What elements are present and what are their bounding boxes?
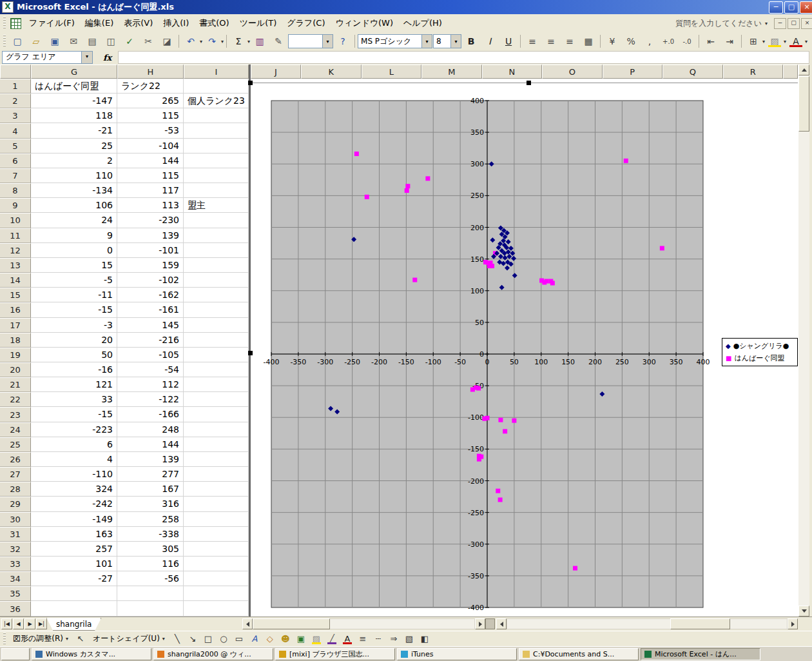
- square-data-point[interactable]: [405, 184, 410, 188]
- chevron-down-icon[interactable]: ▾: [221, 39, 224, 44]
- column-header-N[interactable]: N: [482, 64, 543, 79]
- column-header-H[interactable]: H: [117, 64, 184, 79]
- column-header-Q[interactable]: Q: [662, 64, 723, 79]
- cell-H10[interactable]: -230: [117, 213, 184, 228]
- cell-G19[interactable]: 50: [31, 348, 117, 362]
- row-header-24[interactable]: 24: [0, 422, 31, 437]
- menu-item[interactable]: ヘルプ(H): [398, 15, 447, 32]
- row-header-19[interactable]: 19: [0, 348, 31, 362]
- cell-G31[interactable]: 163: [31, 527, 117, 542]
- cell-G26[interactable]: 4: [31, 452, 117, 467]
- chart-selection-handle[interactable]: [527, 81, 531, 85]
- font-color-icon-dropdown[interactable]: A▾: [787, 34, 807, 48]
- chevron-down-icon[interactable]: ▾: [247, 39, 250, 44]
- text-box-icon[interactable]: ▭: [232, 632, 246, 646]
- row-header-10[interactable]: 10: [0, 213, 31, 228]
- open-icon[interactable]: ▱: [27, 34, 45, 49]
- cell-H26[interactable]: 139: [117, 452, 184, 467]
- fill-color-icon[interactable]: ▨: [766, 34, 784, 49]
- cell-H25[interactable]: 144: [117, 437, 184, 452]
- picture-icon[interactable]: ▣: [294, 632, 308, 646]
- sheet-tab-shangrila[interactable]: shangrila: [46, 618, 101, 631]
- row-header-4[interactable]: 4: [0, 123, 31, 138]
- cell-I9[interactable]: 盟主: [184, 198, 249, 213]
- square-data-point[interactable]: [660, 246, 664, 250]
- align-center-icon[interactable]: ≡: [542, 34, 560, 49]
- column-header-partial[interactable]: [783, 64, 798, 79]
- cell-H16[interactable]: -161: [117, 302, 184, 317]
- autoshapes-button[interactable]: オートシェイプ(U) ▾: [89, 632, 169, 646]
- row-header-5[interactable]: 5: [0, 139, 31, 153]
- cell-H28[interactable]: 167: [117, 482, 184, 497]
- right-horizontal-scrollbar[interactable]: [507, 618, 788, 629]
- threed-style-icon[interactable]: ◧: [418, 632, 432, 646]
- row-header-35[interactable]: 35: [0, 586, 31, 601]
- cell-I29[interactable]: [184, 497, 249, 511]
- cell-H1[interactable]: ランク22: [117, 79, 184, 94]
- taskbar-button[interactable]: C:¥Documents and S...: [519, 648, 639, 660]
- line-style-icon[interactable]: ≡: [356, 632, 370, 646]
- square-data-point[interactable]: [498, 497, 503, 502]
- cell-H12[interactable]: -101: [117, 243, 184, 258]
- square-data-point[interactable]: [354, 152, 359, 156]
- cell-G34[interactable]: -27: [31, 571, 117, 586]
- redo-icon[interactable]: ↷: [203, 34, 221, 49]
- square-data-point[interactable]: [539, 279, 544, 283]
- tab-scroll-first-icon[interactable]: |◀: [1, 618, 12, 629]
- vertical-scrollbar[interactable]: [798, 64, 809, 617]
- cell-I12[interactable]: [184, 243, 249, 258]
- print-icon[interactable]: ▤: [83, 34, 101, 49]
- cell-I28[interactable]: [184, 482, 249, 497]
- cell-I11[interactable]: [184, 228, 249, 243]
- cell-I5[interactable]: [184, 139, 249, 153]
- cut-icon[interactable]: ✂: [139, 34, 157, 49]
- redo-icon-dropdown[interactable]: ↷▾: [203, 34, 224, 48]
- cell-G35[interactable]: [31, 586, 117, 601]
- row-header-17[interactable]: 17: [0, 318, 31, 333]
- align-right-icon[interactable]: ≡: [561, 34, 579, 49]
- column-header-K[interactable]: K: [301, 64, 362, 79]
- square-data-point[interactable]: [470, 388, 475, 392]
- cell-I4[interactable]: [184, 123, 249, 138]
- square-data-point[interactable]: [482, 417, 487, 421]
- row-header-12[interactable]: 12: [0, 243, 31, 258]
- cell-G25[interactable]: 6: [31, 437, 117, 452]
- cell-G12[interactable]: 0: [31, 243, 117, 258]
- menu-item[interactable]: ツール(T): [235, 15, 282, 32]
- cell-I25[interactable]: [184, 437, 249, 452]
- draw-adjust-button[interactable]: 図形の調整(R) ▾: [9, 632, 72, 646]
- cell-G24[interactable]: -223: [31, 422, 117, 437]
- autosum-icon-dropdown[interactable]: Σ▾: [229, 34, 250, 48]
- cell-H7[interactable]: 115: [117, 168, 184, 183]
- diagram-icon[interactable]: ◇: [263, 632, 277, 646]
- cell-I19[interactable]: [184, 348, 249, 362]
- cell-I20[interactable]: [184, 362, 249, 377]
- menu-item[interactable]: 編集(E): [80, 15, 119, 32]
- square-data-point[interactable]: [365, 195, 369, 199]
- increase-decimal-icon[interactable]: +.0: [659, 34, 677, 49]
- taskbar-button[interactable]: Windows カスタマ...: [32, 648, 151, 660]
- cell-I21[interactable]: [184, 377, 249, 392]
- cell-H24[interactable]: 248: [117, 422, 184, 437]
- cell-I31[interactable]: [184, 527, 249, 542]
- cell-G29[interactable]: -242: [31, 497, 117, 511]
- cell-I13[interactable]: [184, 258, 249, 273]
- font-color-icon[interactable]: A: [340, 632, 354, 646]
- cell-G3[interactable]: 118: [31, 108, 117, 123]
- decrease-decimal-icon[interactable]: -.0: [678, 34, 696, 49]
- font-color-icon[interactable]: A: [787, 34, 805, 49]
- cell-G6[interactable]: 2: [31, 153, 117, 168]
- restore-button[interactable]: ▢: [784, 1, 798, 14]
- cell-H2[interactable]: 265: [117, 94, 184, 108]
- minimize-button[interactable]: −: [769, 1, 783, 14]
- autosum-icon[interactable]: Σ: [229, 34, 247, 49]
- cell-H8[interactable]: 117: [117, 183, 184, 198]
- cell-G32[interactable]: 257: [31, 542, 117, 557]
- left-horizontal-scroll-thumb[interactable]: [253, 618, 330, 629]
- line-color-icon[interactable]: ╱: [325, 632, 339, 646]
- row-header-22[interactable]: 22: [0, 392, 31, 407]
- scroll-right-icon[interactable]: [788, 618, 798, 629]
- taskbar-button[interactable]: Microsoft Excel - はん...: [641, 648, 760, 660]
- column-header-G[interactable]: G: [31, 64, 117, 79]
- row-header-9[interactable]: 9: [0, 198, 31, 213]
